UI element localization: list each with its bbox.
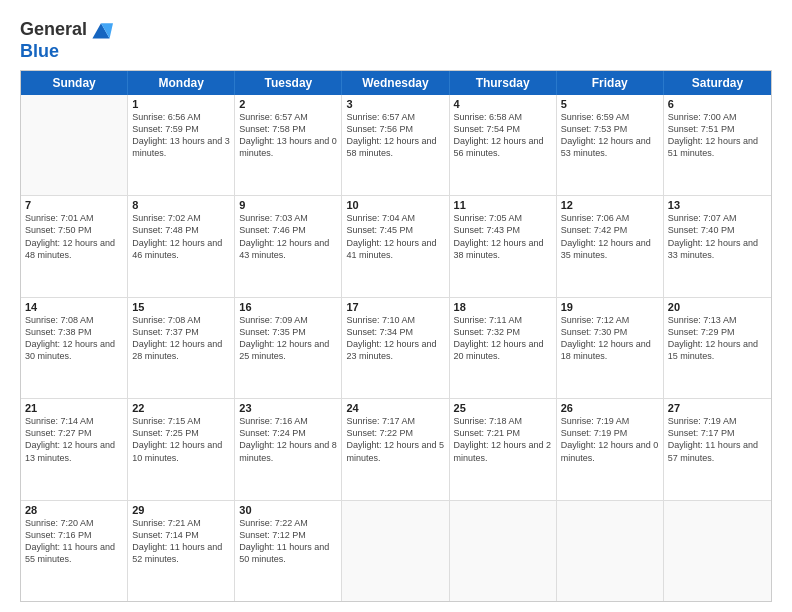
day-info: Sunrise: 7:08 AMSunset: 7:38 PMDaylight:… — [25, 314, 123, 363]
day-cell-12: 12Sunrise: 7:06 AMSunset: 7:42 PMDayligh… — [557, 196, 664, 296]
day-info: Sunrise: 7:19 AMSunset: 7:19 PMDaylight:… — [561, 415, 659, 464]
day-number: 28 — [25, 504, 123, 516]
calendar-body: 1Sunrise: 6:56 AMSunset: 7:59 PMDaylight… — [21, 95, 771, 601]
day-number: 13 — [668, 199, 767, 211]
day-number: 1 — [132, 98, 230, 110]
day-number: 8 — [132, 199, 230, 211]
day-cell-26: 26Sunrise: 7:19 AMSunset: 7:19 PMDayligh… — [557, 399, 664, 499]
logo-blue: Blue — [20, 41, 59, 61]
day-info: Sunrise: 7:02 AMSunset: 7:48 PMDaylight:… — [132, 212, 230, 261]
day-cell-24: 24Sunrise: 7:17 AMSunset: 7:22 PMDayligh… — [342, 399, 449, 499]
day-cell-21: 21Sunrise: 7:14 AMSunset: 7:27 PMDayligh… — [21, 399, 128, 499]
week-row-5: 28Sunrise: 7:20 AMSunset: 7:16 PMDayligh… — [21, 501, 771, 601]
day-cell-5: 5Sunrise: 6:59 AMSunset: 7:53 PMDaylight… — [557, 95, 664, 195]
day-info: Sunrise: 7:01 AMSunset: 7:50 PMDaylight:… — [25, 212, 123, 261]
day-info: Sunrise: 7:04 AMSunset: 7:45 PMDaylight:… — [346, 212, 444, 261]
day-cell-14: 14Sunrise: 7:08 AMSunset: 7:38 PMDayligh… — [21, 298, 128, 398]
day-cell-28: 28Sunrise: 7:20 AMSunset: 7:16 PMDayligh… — [21, 501, 128, 601]
day-info: Sunrise: 7:18 AMSunset: 7:21 PMDaylight:… — [454, 415, 552, 464]
day-cell-18: 18Sunrise: 7:11 AMSunset: 7:32 PMDayligh… — [450, 298, 557, 398]
day-cell-16: 16Sunrise: 7:09 AMSunset: 7:35 PMDayligh… — [235, 298, 342, 398]
day-cell-9: 9Sunrise: 7:03 AMSunset: 7:46 PMDaylight… — [235, 196, 342, 296]
calendar: SundayMondayTuesdayWednesdayThursdayFrid… — [20, 70, 772, 602]
day-info: Sunrise: 7:11 AMSunset: 7:32 PMDaylight:… — [454, 314, 552, 363]
week-row-4: 21Sunrise: 7:14 AMSunset: 7:27 PMDayligh… — [21, 399, 771, 500]
week-row-3: 14Sunrise: 7:08 AMSunset: 7:38 PMDayligh… — [21, 298, 771, 399]
day-number: 16 — [239, 301, 337, 313]
day-cell-10: 10Sunrise: 7:04 AMSunset: 7:45 PMDayligh… — [342, 196, 449, 296]
day-cell-empty — [664, 501, 771, 601]
day-info: Sunrise: 7:14 AMSunset: 7:27 PMDaylight:… — [25, 415, 123, 464]
day-number: 21 — [25, 402, 123, 414]
day-cell-20: 20Sunrise: 7:13 AMSunset: 7:29 PMDayligh… — [664, 298, 771, 398]
day-number: 22 — [132, 402, 230, 414]
day-info: Sunrise: 7:13 AMSunset: 7:29 PMDaylight:… — [668, 314, 767, 363]
header-day-thursday: Thursday — [450, 71, 557, 95]
day-info: Sunrise: 7:21 AMSunset: 7:14 PMDaylight:… — [132, 517, 230, 566]
day-number: 17 — [346, 301, 444, 313]
day-cell-4: 4Sunrise: 6:58 AMSunset: 7:54 PMDaylight… — [450, 95, 557, 195]
day-cell-25: 25Sunrise: 7:18 AMSunset: 7:21 PMDayligh… — [450, 399, 557, 499]
day-number: 10 — [346, 199, 444, 211]
day-info: Sunrise: 7:06 AMSunset: 7:42 PMDaylight:… — [561, 212, 659, 261]
day-number: 26 — [561, 402, 659, 414]
day-number: 4 — [454, 98, 552, 110]
logo: General Blue — [20, 18, 113, 62]
day-info: Sunrise: 7:17 AMSunset: 7:22 PMDaylight:… — [346, 415, 444, 464]
header-day-wednesday: Wednesday — [342, 71, 449, 95]
day-cell-6: 6Sunrise: 7:00 AMSunset: 7:51 PMDaylight… — [664, 95, 771, 195]
day-cell-empty — [21, 95, 128, 195]
page: General Blue SundayMondayTuesdayWednesda… — [0, 0, 792, 612]
day-info: Sunrise: 6:57 AMSunset: 7:56 PMDaylight:… — [346, 111, 444, 160]
day-number: 6 — [668, 98, 767, 110]
day-cell-13: 13Sunrise: 7:07 AMSunset: 7:40 PMDayligh… — [664, 196, 771, 296]
day-number: 29 — [132, 504, 230, 516]
day-number: 30 — [239, 504, 337, 516]
day-number: 25 — [454, 402, 552, 414]
logo-icon — [89, 18, 113, 42]
header-day-friday: Friday — [557, 71, 664, 95]
day-number: 23 — [239, 402, 337, 414]
day-cell-27: 27Sunrise: 7:19 AMSunset: 7:17 PMDayligh… — [664, 399, 771, 499]
day-number: 15 — [132, 301, 230, 313]
day-info: Sunrise: 6:59 AMSunset: 7:53 PMDaylight:… — [561, 111, 659, 160]
day-cell-23: 23Sunrise: 7:16 AMSunset: 7:24 PMDayligh… — [235, 399, 342, 499]
day-info: Sunrise: 7:20 AMSunset: 7:16 PMDaylight:… — [25, 517, 123, 566]
header-day-sunday: Sunday — [21, 71, 128, 95]
day-cell-empty — [557, 501, 664, 601]
week-row-1: 1Sunrise: 6:56 AMSunset: 7:59 PMDaylight… — [21, 95, 771, 196]
day-number: 3 — [346, 98, 444, 110]
day-info: Sunrise: 7:07 AMSunset: 7:40 PMDaylight:… — [668, 212, 767, 261]
day-info: Sunrise: 7:10 AMSunset: 7:34 PMDaylight:… — [346, 314, 444, 363]
day-number: 11 — [454, 199, 552, 211]
day-info: Sunrise: 7:22 AMSunset: 7:12 PMDaylight:… — [239, 517, 337, 566]
day-number: 24 — [346, 402, 444, 414]
day-number: 27 — [668, 402, 767, 414]
day-cell-17: 17Sunrise: 7:10 AMSunset: 7:34 PMDayligh… — [342, 298, 449, 398]
day-number: 5 — [561, 98, 659, 110]
day-number: 7 — [25, 199, 123, 211]
day-info: Sunrise: 7:19 AMSunset: 7:17 PMDaylight:… — [668, 415, 767, 464]
logo-text: General — [20, 20, 87, 40]
logo-general: General — [20, 19, 87, 39]
day-number: 20 — [668, 301, 767, 313]
day-info: Sunrise: 7:05 AMSunset: 7:43 PMDaylight:… — [454, 212, 552, 261]
day-cell-7: 7Sunrise: 7:01 AMSunset: 7:50 PMDaylight… — [21, 196, 128, 296]
header-day-monday: Monday — [128, 71, 235, 95]
day-cell-empty — [450, 501, 557, 601]
day-cell-11: 11Sunrise: 7:05 AMSunset: 7:43 PMDayligh… — [450, 196, 557, 296]
day-cell-1: 1Sunrise: 6:56 AMSunset: 7:59 PMDaylight… — [128, 95, 235, 195]
day-cell-22: 22Sunrise: 7:15 AMSunset: 7:25 PMDayligh… — [128, 399, 235, 499]
day-cell-2: 2Sunrise: 6:57 AMSunset: 7:58 PMDaylight… — [235, 95, 342, 195]
day-info: Sunrise: 7:15 AMSunset: 7:25 PMDaylight:… — [132, 415, 230, 464]
header-day-tuesday: Tuesday — [235, 71, 342, 95]
day-info: Sunrise: 6:58 AMSunset: 7:54 PMDaylight:… — [454, 111, 552, 160]
day-info: Sunrise: 7:08 AMSunset: 7:37 PMDaylight:… — [132, 314, 230, 363]
day-number: 12 — [561, 199, 659, 211]
day-cell-19: 19Sunrise: 7:12 AMSunset: 7:30 PMDayligh… — [557, 298, 664, 398]
week-row-2: 7Sunrise: 7:01 AMSunset: 7:50 PMDaylight… — [21, 196, 771, 297]
day-cell-15: 15Sunrise: 7:08 AMSunset: 7:37 PMDayligh… — [128, 298, 235, 398]
day-number: 19 — [561, 301, 659, 313]
header-day-saturday: Saturday — [664, 71, 771, 95]
day-cell-29: 29Sunrise: 7:21 AMSunset: 7:14 PMDayligh… — [128, 501, 235, 601]
